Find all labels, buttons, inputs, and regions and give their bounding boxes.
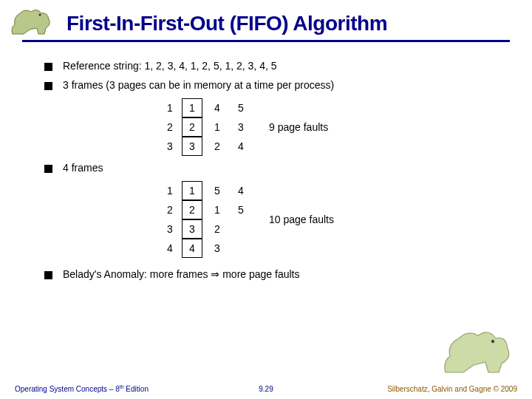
table-4-frames: 1 2 3 4 1 2 3 4 5 1 2 3 4 5 [163, 181, 495, 258]
table-col: 4 5 [232, 181, 250, 258]
cell: 3 [182, 219, 202, 239]
cell: 3 [182, 137, 202, 156]
square-bullet-icon [44, 271, 52, 279]
frame-label: 2 [163, 200, 177, 219]
cell: 2 [208, 137, 226, 156]
footer-left-pre: Operating System Concepts – 8 [15, 385, 120, 393]
table-3-frames: 1 2 3 1 2 3 4 1 2 5 3 4 9 page faults [163, 98, 495, 156]
cell: 3 [232, 117, 250, 137]
bullet-reference-string: Reference string: 1, 2, 3, 4, 1, 2, 5, 1… [44, 60, 495, 72]
footer-copyright: Silberschatz, Galvin and Gagne © 2009 [387, 385, 517, 393]
frame-label: 3 [163, 137, 177, 156]
page-faults-3: 9 page faults [269, 121, 328, 133]
cell: 5 [232, 200, 250, 219]
bullet-text: Reference string: 1, 2, 3, 4, 1, 2, 5, 1… [63, 60, 277, 72]
cell: 2 [208, 219, 226, 239]
cell: 1 [208, 200, 226, 219]
bullet-3-frames: 3 frames (3 pages can be in memory at a … [44, 79, 495, 91]
bullet-text: Belady's Anomaly: more frames ⇒ more pag… [63, 268, 299, 280]
cell: 3 [208, 239, 226, 258]
cell: 1 [208, 117, 226, 137]
slide-body: Reference string: 1, 2, 3, 4, 1, 2, 5, 1… [0, 42, 532, 280]
cell: 1 [182, 98, 202, 117]
cell: 5 [232, 98, 250, 117]
cell: 5 [208, 181, 226, 200]
implies-icon: ⇒ [211, 268, 219, 280]
slide-title: First-In-First-Out (FIFO) Algorithm [66, 12, 532, 35]
svg-point-1 [491, 340, 494, 343]
cell: 2 [182, 200, 202, 219]
table-col: 5 1 2 3 [208, 181, 226, 258]
table-col: 1 2 3 [182, 98, 202, 156]
cell: 2 [182, 117, 202, 137]
footer-page-number: 9.29 [259, 385, 273, 393]
table-col: 5 3 4 [232, 98, 250, 156]
slide-footer: Operating System Concepts – 8th Edition … [0, 384, 532, 393]
square-bullet-icon [44, 63, 52, 71]
dinosaur-watermark-icon [440, 325, 514, 377]
frame-label: 2 [163, 117, 177, 137]
frame-label: 1 [163, 98, 177, 117]
footer-left: Operating System Concepts – 8th Edition [15, 384, 149, 393]
cell: 4 [208, 98, 226, 117]
bullet-belady: Belady's Anomaly: more frames ⇒ more pag… [44, 268, 495, 280]
page-faults-4: 10 page faults [269, 214, 334, 225]
square-bullet-icon [44, 82, 52, 90]
frame-labels-4: 1 2 3 4 [163, 181, 177, 258]
frame-labels-3: 1 2 3 [163, 98, 177, 156]
cell [232, 219, 250, 239]
frame-label: 4 [163, 239, 177, 258]
cell: 4 [232, 181, 250, 200]
cell [232, 239, 250, 258]
cell: 4 [232, 137, 250, 156]
bullet-text: 3 frames (3 pages can be in memory at a … [63, 79, 334, 91]
frame-label: 3 [163, 219, 177, 239]
svg-point-0 [39, 14, 41, 16]
table-col: 4 1 2 [208, 98, 226, 156]
bullet-4-frames: 4 frames [44, 162, 495, 174]
bullet-text: 4 frames [63, 162, 103, 174]
belady-post: more page faults [219, 268, 299, 280]
square-bullet-icon [44, 165, 52, 173]
cell: 4 [182, 239, 202, 258]
footer-left-post: Edition [124, 385, 149, 393]
table-col: 1 2 3 4 [182, 181, 202, 258]
cell: 1 [182, 181, 202, 200]
frame-label: 1 [163, 181, 177, 200]
belady-pre: Belady's Anomaly: more frames [63, 268, 211, 280]
dinosaur-icon [9, 6, 53, 37]
